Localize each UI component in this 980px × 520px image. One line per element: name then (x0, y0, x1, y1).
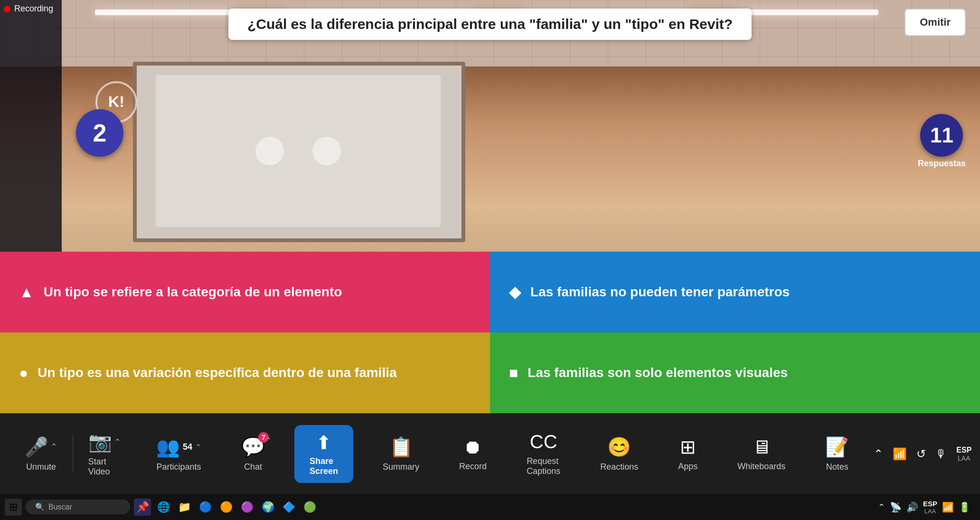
participants-count: 54 (183, 442, 192, 452)
recording-indicator: Recording (4, 4, 53, 14)
camera-icon: 📷 (88, 431, 112, 453)
language-indicator: ESP LAA (956, 446, 971, 462)
summary-icon: 📋 (389, 436, 413, 458)
ztb-center: 👥 54 ⌃ Participants 💬 7 ⌃ Chat ⬆ Share S… (146, 425, 859, 483)
cam-chevron: ⌃ (114, 437, 121, 447)
reactions-icon: 😊 (607, 436, 631, 458)
answer-text-a: Un tipo se refiere a la categoría de un … (44, 284, 342, 300)
tray-wifi-icon: 📶 (942, 501, 954, 513)
answer-text-d: Las familias son solo elementos visuales (528, 365, 788, 380)
record-button[interactable]: ⏺ Record (449, 436, 497, 472)
network-icon: 📶 (893, 447, 907, 461)
captions-label: Request Captions (527, 456, 560, 476)
win-taskbar: ⊞ 🔍 Buscar 📌 🌐 📁 🔵 🟠 🟣 🌍 🔷 🟢 ⌃ 📡 🔊 ESP L… (0, 494, 980, 520)
share-screen-button[interactable]: ⬆ Share Screen (294, 425, 353, 483)
answer-option-b[interactable]: ◆ Las familias no pueden tener parámetro… (490, 252, 980, 332)
captions-button[interactable]: CC Request Captions (516, 431, 571, 476)
taskbar-icon-6[interactable]: 🟣 (238, 499, 255, 516)
main-content: K! 2 11 Respuestas ¿Cuál es la diferenci… (0, 0, 980, 413)
light-fixture-4 (736, 9, 878, 15)
answer-option-d[interactable]: ■ Las familias son solo elementos visual… (490, 332, 980, 413)
light-fixture-1 (95, 9, 237, 15)
chat-label: Chat (244, 462, 262, 472)
rec-text: Recording (14, 4, 53, 14)
start-button[interactable]: ⊞ (5, 499, 22, 516)
whiteboards-icon: 🖥 (752, 436, 771, 458)
apps-label: Apps (678, 462, 697, 472)
screen-circle-2 (312, 137, 341, 165)
answer-icon-a: ▲ (19, 284, 34, 301)
ztb-left: 🎤 ⌃ Unmute 📷 ⌃ Start Video (0, 431, 146, 477)
responses-badge: 11 Respuestas (918, 114, 966, 169)
answer-options: ▲ Un tipo se refiere a la categoría de u… (0, 252, 980, 413)
whiteboards-label: Whiteboards (737, 462, 785, 472)
taskbar-icon-9[interactable]: 🟢 (301, 499, 318, 516)
answer-text-c: Un tipo es una variación específica dent… (38, 365, 396, 380)
search-icon: 🔍 (35, 502, 45, 511)
apps-icon: ⊞ (680, 436, 696, 458)
unmute-label: Unmute (26, 462, 56, 472)
reactions-label: Reactions (600, 462, 638, 472)
responses-number: 11 (920, 114, 963, 157)
notes-icon: 📝 (825, 436, 849, 458)
divider-1 (73, 435, 73, 473)
answer-text-b: Las familias no pueden tener parámetros (530, 284, 790, 300)
taskbar-icon-3[interactable]: 📁 (176, 499, 193, 516)
answer-option-a[interactable]: ▲ Un tipo se refiere a la categoría de u… (0, 252, 490, 332)
windows-icon: ⊞ (9, 501, 18, 513)
answer-option-c[interactable]: ● Un tipo es una variación específica de… (0, 332, 490, 413)
reactions-button[interactable]: 😊 Reactions (590, 436, 649, 472)
mic-chevron: ⌃ (50, 442, 57, 452)
unmute-button[interactable]: 🎤 ⌃ Unmute (14, 436, 68, 472)
participants-icon: 👥 (156, 436, 180, 458)
answer-icon-c: ● (19, 364, 28, 382)
mic-system-icon: 🎙 (935, 447, 947, 461)
participants-label: Participants (156, 462, 201, 472)
svg-text:K!: K! (108, 93, 124, 110)
chat-button[interactable]: 💬 7 ⌃ Chat (231, 436, 275, 472)
chat-chevron: ⌃ (265, 436, 272, 445)
settings-icon[interactable]: ↺ (916, 447, 926, 461)
apps-button[interactable]: ⊞ Apps (668, 436, 708, 472)
taskbar-icon-5[interactable]: 🟠 (217, 499, 235, 516)
screen-circle-1 (255, 137, 284, 165)
record-icon: ⏺ (463, 436, 482, 458)
summary-button[interactable]: 📋 Summary (372, 436, 430, 472)
notes-label: Notes (826, 462, 848, 472)
skip-button[interactable]: Omitir (905, 9, 966, 36)
taskbar-icon-4[interactable]: 🔵 (197, 499, 214, 516)
whiteboard-screen (156, 75, 441, 227)
win-taskbar-right: ⌃ 📡 🔊 ESP LAA 📶 🔋 (878, 500, 975, 515)
question-banner: ¿Cuál es la diferencia principal entre u… (228, 9, 752, 40)
tray-volume-icon: 🔊 (906, 501, 918, 513)
ztb-right: ⌃ 📶 ↺ 🎙 ESP LAA 📶 🔋 (859, 446, 980, 462)
notes-button[interactable]: 📝 Notes (815, 436, 859, 472)
record-label: Record (459, 462, 487, 472)
zoom-taskbar: 🎤 ⌃ Unmute 📷 ⌃ Start Video 👥 54 ⌃ Partic… (0, 413, 980, 494)
participants-button[interactable]: 👥 54 ⌃ Participants (146, 436, 212, 472)
summary-label: Summary (383, 462, 419, 472)
lang-display: ESP LAA (923, 500, 937, 515)
taskbar-icon-1[interactable]: 📌 (134, 499, 151, 516)
whiteboard-area (133, 62, 465, 242)
win-taskbar-left: ⊞ 🔍 Buscar 📌 🌐 📁 🔵 🟠 🟣 🌍 🔷 🟢 (5, 499, 878, 516)
tray-battery-icon: 🔋 (959, 501, 971, 513)
tray-up-icon[interactable]: ⌃ (878, 502, 885, 512)
start-video-label: Start Video (88, 457, 121, 477)
participants-chevron: ⌃ (195, 443, 201, 452)
search-bar[interactable]: 🔍 Buscar (26, 500, 130, 514)
taskbar-icon-2[interactable]: 🌐 (155, 499, 172, 516)
share-screen-label: Share Screen (310, 456, 338, 476)
tray-network-icon: 📡 (890, 501, 902, 513)
answer-icon-b: ◆ (509, 283, 521, 301)
captions-icon: CC (530, 431, 557, 453)
taskbar-icon-8[interactable]: 🔷 (280, 499, 297, 516)
taskbar-icon-7[interactable]: 🌍 (259, 499, 276, 516)
answer-icon-d: ■ (509, 364, 518, 382)
whiteboards-button[interactable]: 🖥 Whiteboards (727, 436, 796, 472)
question-number-badge: 2 (76, 109, 123, 157)
arrow-up-icon[interactable]: ⌃ (874, 447, 883, 461)
mic-icon: 🎤 (25, 436, 48, 458)
responses-label: Respuestas (918, 159, 966, 169)
start-video-button[interactable]: 📷 ⌃ Start Video (78, 431, 132, 477)
